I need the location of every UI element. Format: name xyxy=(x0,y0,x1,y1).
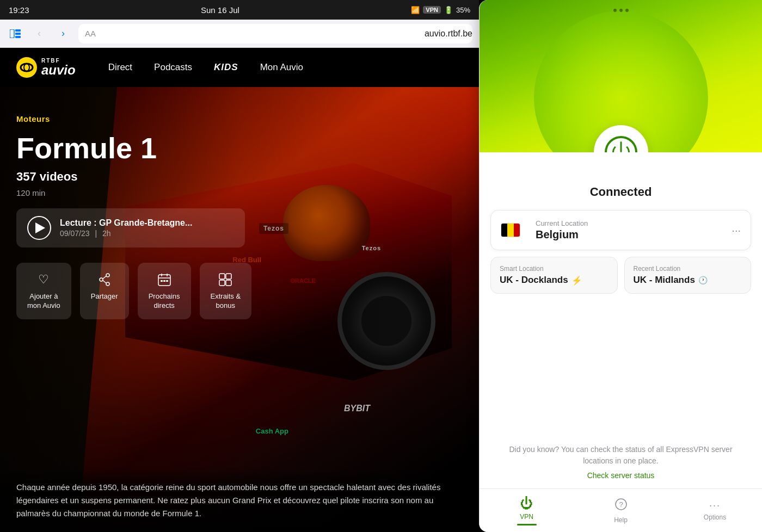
svg-point-4 xyxy=(21,64,33,71)
svg-rect-2 xyxy=(15,33,21,35)
battery-icon: 🔋 xyxy=(444,6,453,14)
hero-title: Formule 1 xyxy=(16,132,271,164)
nav-podcasts[interactable]: Podcasts xyxy=(154,62,192,73)
status-bar: 19:23 Sun 16 Jul 📶 VPN 🔋 35% xyxy=(0,0,479,20)
vpn-status: Connected xyxy=(590,185,652,199)
play-icon xyxy=(27,216,51,240)
calendar-icon xyxy=(156,271,173,288)
logo-text: RTBF auvio xyxy=(41,58,76,77)
current-location-card[interactable]: Current Location Belgium ··· xyxy=(490,210,751,250)
play-triangle xyxy=(35,222,45,233)
options-icon: ··· xyxy=(709,500,721,511)
extras-label: Extraits &bonus xyxy=(211,292,241,311)
help-circle-icon: ? xyxy=(614,498,628,514)
play-info: Lecture : GP Grande-Bretagne... 09/07/23… xyxy=(60,218,234,238)
play-meta: 09/07/23 | 2h xyxy=(60,229,234,238)
share-button[interactable]: Partager xyxy=(80,263,129,319)
svg-text:?: ? xyxy=(619,500,623,509)
belgium-flag xyxy=(501,223,520,237)
status-time: 19:23 xyxy=(9,5,29,15)
smart-location-card[interactable]: Smart Location UK - Docklands ⚡ xyxy=(490,257,618,294)
svg-point-6 xyxy=(106,274,109,277)
schedule-label: Prochainsdirects xyxy=(149,292,180,311)
svg-rect-16 xyxy=(163,280,165,282)
current-location-type: Current Location xyxy=(536,219,732,227)
nav-bar: RTBF auvio Direct Podcasts KIDS Mon Auvi… xyxy=(0,48,479,87)
vpn-tab-vpn-label: VPN xyxy=(520,513,533,521)
vpn-power-tab-icon: ⏻ xyxy=(520,496,533,511)
dot-2 xyxy=(619,9,623,12)
action-buttons: ♡ Ajouter àmon Auvio Partager Prochainsd… xyxy=(16,263,271,319)
current-location-name: Belgium xyxy=(536,228,732,241)
browser-bar: ‹ › AA auvio.rtbf.be xyxy=(0,20,479,48)
hero-duration: 120 min xyxy=(16,188,271,197)
add-to-auvio-button[interactable]: ♡ Ajouter àmon Auvio xyxy=(16,263,71,319)
svg-point-8 xyxy=(100,278,103,281)
logo[interactable]: RTBF auvio xyxy=(16,57,76,78)
nav-kids[interactable]: KIDS xyxy=(214,62,238,73)
svg-rect-3 xyxy=(15,36,21,38)
svg-rect-19 xyxy=(226,274,231,279)
svg-point-7 xyxy=(106,282,109,286)
nav-direct[interactable]: Direct xyxy=(108,62,132,73)
vpn-header xyxy=(480,0,762,152)
recent-location-name: UK - Midlands 🕐 xyxy=(634,275,742,286)
bolt-icon: ⚡ xyxy=(572,275,582,286)
dot-3 xyxy=(625,9,629,12)
smart-location-type: Smart Location xyxy=(500,265,609,273)
website-content: RTBF auvio Direct Podcasts KIDS Mon Auvi… xyxy=(0,48,479,532)
smart-location-name: UK - Docklands ⚡ xyxy=(500,275,609,286)
clock-icon: 🕐 xyxy=(698,276,708,284)
recent-location-card[interactable]: Recent Location UK - Midlands 🕐 xyxy=(624,257,752,294)
vpn-panel: Connected Current Location Belgium ··· S… xyxy=(479,0,762,532)
check-server-status-link[interactable]: Check server status xyxy=(587,471,655,480)
hero-category: Moteurs xyxy=(16,114,271,123)
extras-icon xyxy=(217,271,233,288)
forward-button[interactable]: › xyxy=(54,25,72,42)
vpn-tab-options-label: Options xyxy=(704,514,726,521)
svg-line-9 xyxy=(103,276,106,279)
vpn-footer: ⏻ VPN ? Help ··· Options xyxy=(480,488,762,532)
hero-subtitle: 357 videos xyxy=(16,170,271,184)
svg-rect-18 xyxy=(219,274,225,279)
url-bar[interactable]: AA auvio.rtbf.be xyxy=(78,24,472,44)
vpn-tab-vpn[interactable]: ⏻ VPN xyxy=(480,491,574,530)
extras-button[interactable]: Extraits &bonus xyxy=(200,263,252,319)
battery-percent: 35% xyxy=(456,6,470,14)
vpn-tab-help-label: Help xyxy=(614,516,628,524)
status-date: Sun 16 Jul xyxy=(201,5,239,15)
power-icon xyxy=(605,136,637,152)
vpn-badge: VPN xyxy=(423,6,441,14)
play-button[interactable]: Lecture : GP Grande-Bretagne... 09/07/23… xyxy=(16,208,245,248)
vpn-body: Connected Current Location Belgium ··· S… xyxy=(480,152,762,488)
home-indicator xyxy=(348,526,414,529)
recent-location-type: Recent Location xyxy=(634,265,742,273)
hero-content: Moteurs Formule 1 357 videos 120 min Lec… xyxy=(0,87,287,532)
vpn-tab-options[interactable]: ··· Options xyxy=(668,496,762,525)
share-label: Partager xyxy=(91,292,118,301)
vpn-tab-help[interactable]: ? Help xyxy=(574,493,668,528)
current-location-info: Current Location Belgium xyxy=(536,219,732,241)
svg-line-10 xyxy=(103,281,106,283)
svg-rect-17 xyxy=(166,280,168,282)
back-button[interactable]: ‹ xyxy=(30,25,48,42)
svg-rect-21 xyxy=(226,280,231,286)
vpn-menu-dots[interactable] xyxy=(613,9,629,12)
dot-1 xyxy=(613,9,617,12)
wifi-icon: 📶 xyxy=(411,6,420,14)
nav-mon-auvio[interactable]: Mon Auvio xyxy=(260,62,303,73)
current-location-more[interactable]: ··· xyxy=(732,224,741,237)
vpn-tab-active-indicator xyxy=(517,524,537,525)
hero-description: Chaque année depuis 1950, la catégorie r… xyxy=(0,468,479,532)
svg-rect-15 xyxy=(161,280,163,282)
play-title: Lecture : GP Grande-Bretagne... xyxy=(60,218,234,228)
url-text: auvio.rtbf.be xyxy=(425,29,472,39)
svg-rect-1 xyxy=(15,29,21,32)
reader-mode[interactable]: AA xyxy=(78,29,96,38)
svg-point-5 xyxy=(24,64,29,71)
svg-rect-20 xyxy=(219,280,225,286)
svg-rect-0 xyxy=(10,29,14,38)
add-label: Ajouter àmon Auvio xyxy=(27,292,60,311)
sidebar-button[interactable] xyxy=(7,25,24,42)
schedule-button[interactable]: Prochainsdirects xyxy=(138,263,191,319)
